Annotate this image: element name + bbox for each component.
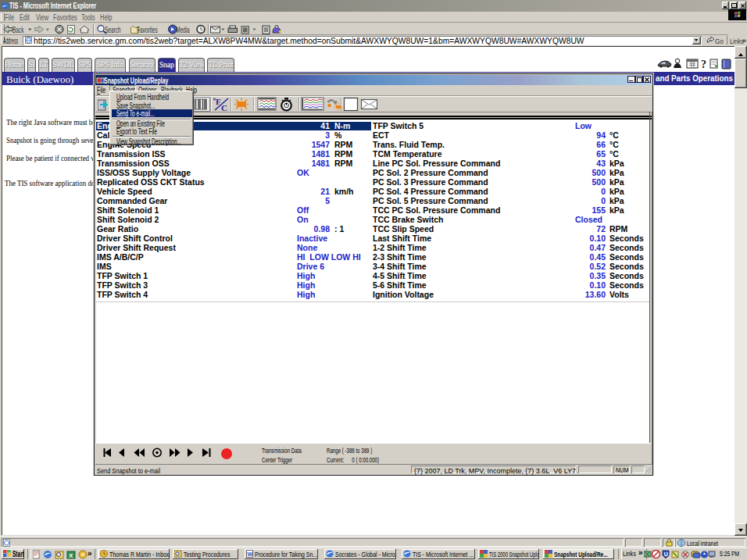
svg-text:?: ? [701,58,706,70]
svg-text:X: X [69,552,73,559]
svg-text:W: W [248,551,253,557]
svg-text:C: C [221,103,227,112]
svg-text:U: U [664,551,668,557]
